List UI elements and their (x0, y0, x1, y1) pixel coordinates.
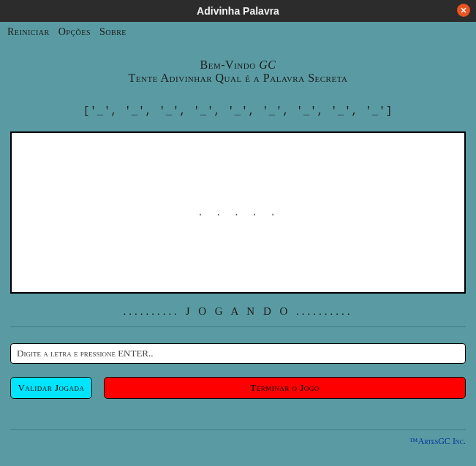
welcome-line: Bem-Vindo GC (10, 58, 466, 72)
footer-credit: ™ArtesGC Inc. (0, 430, 476, 453)
input-row (10, 343, 466, 364)
game-area-content: . . . . . (197, 207, 279, 218)
window-title: Adivinha Palavra (197, 5, 279, 17)
validate-button[interactable]: Validar Jogada (10, 377, 92, 399)
status-text: .......... J O G A N D O .......... (10, 305, 466, 327)
welcome-subtitle: Tente Adivinhar Qual é a Palavra Secreta (10, 72, 466, 85)
close-button[interactable] (457, 4, 470, 17)
menu-about[interactable]: Sobre (99, 26, 126, 38)
game-area: . . . . . (10, 131, 466, 294)
close-icon (460, 7, 467, 14)
welcome-prefix: Bem-Vindo (200, 58, 260, 71)
welcome-username: GC (259, 58, 276, 71)
hidden-word-display: ['_', '_', '_', '_', '_', '_', '_', '_',… (10, 105, 466, 117)
button-row: Validar Jogada Terminar o Jogo (10, 377, 466, 399)
welcome-block: Bem-Vindo GC Tente Adivinhar Qual é a Pa… (10, 58, 466, 85)
menubar: Reiniciar Opções Sobre (0, 22, 476, 42)
menu-restart[interactable]: Reiniciar (7, 26, 50, 38)
content: Bem-Vindo GC Tente Adivinhar Qual é a Pa… (0, 58, 476, 430)
titlebar: Adivinha Palavra (0, 0, 476, 22)
letter-input[interactable] (10, 343, 466, 364)
end-game-button[interactable]: Terminar o Jogo (104, 377, 466, 399)
menu-options[interactable]: Opções (58, 26, 91, 38)
